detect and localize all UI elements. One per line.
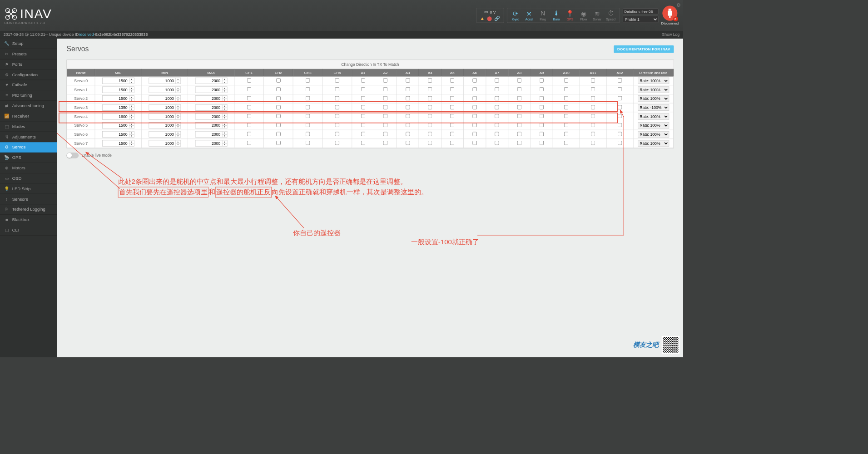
- channel-checkbox[interactable]: [276, 87, 280, 91]
- channel-checkbox[interactable]: [472, 96, 476, 100]
- sidebar-item-failsafe[interactable]: ♥Failsafe: [0, 80, 57, 90]
- settings-gear-icon[interactable]: ⚙: [676, 2, 681, 8]
- channel-checkbox[interactable]: [335, 132, 339, 136]
- channel-checkbox[interactable]: [564, 123, 568, 127]
- channel-checkbox[interactable]: [618, 78, 622, 82]
- channel-checkbox[interactable]: [540, 96, 544, 100]
- channel-checkbox[interactable]: [495, 123, 499, 127]
- channel-checkbox[interactable]: [618, 105, 622, 109]
- channel-checkbox[interactable]: [383, 114, 387, 118]
- channel-checkbox[interactable]: [247, 132, 251, 136]
- channel-checkbox[interactable]: [540, 78, 544, 82]
- channel-checkbox[interactable]: [247, 114, 251, 118]
- channel-checkbox[interactable]: [276, 132, 280, 136]
- rate-select[interactable]: Rate: -100%: [638, 104, 669, 111]
- rate-select[interactable]: Rate: 100%: [638, 86, 669, 93]
- channel-checkbox[interactable]: [517, 78, 521, 82]
- channel-checkbox[interactable]: [361, 87, 365, 91]
- channel-checkbox[interactable]: [517, 105, 521, 109]
- channel-checkbox[interactable]: [276, 96, 280, 100]
- channel-checkbox[interactable]: [276, 105, 280, 109]
- channel-checkbox[interactable]: [276, 123, 280, 127]
- channel-checkbox[interactable]: [306, 123, 310, 127]
- channel-checkbox[interactable]: [517, 96, 521, 100]
- channel-checkbox[interactable]: [361, 114, 365, 118]
- channel-checkbox[interactable]: [472, 87, 476, 91]
- rate-select[interactable]: Rate: 100%: [638, 78, 669, 84]
- sidebar-item-adjustments[interactable]: ⇅Adjustments: [0, 132, 57, 142]
- channel-checkbox[interactable]: [540, 105, 544, 109]
- channel-checkbox[interactable]: [428, 105, 432, 109]
- channel-checkbox[interactable]: [383, 132, 387, 136]
- channel-checkbox[interactable]: [591, 114, 595, 118]
- channel-checkbox[interactable]: [540, 114, 544, 118]
- channel-checkbox[interactable]: [276, 114, 280, 118]
- sidebar-item-tethered-logging[interactable]: ⎘Tethered Logging: [0, 204, 57, 215]
- sidebar-item-pid-tuning[interactable]: ≡PID tuning: [0, 90, 57, 101]
- rate-select[interactable]: Rate: 100%: [638, 131, 669, 138]
- channel-checkbox[interactable]: [517, 114, 521, 118]
- channel-checkbox[interactable]: [428, 114, 432, 118]
- sidebar-item-advanced-tuning[interactable]: ⇄Advanced tuning: [0, 101, 57, 111]
- channel-checkbox[interactable]: [591, 105, 595, 109]
- rate-select[interactable]: Rate: 100%: [638, 95, 669, 102]
- channel-checkbox[interactable]: [564, 87, 568, 91]
- channel-checkbox[interactable]: [472, 132, 476, 136]
- channel-checkbox[interactable]: [335, 78, 339, 82]
- channel-checkbox[interactable]: [517, 132, 521, 136]
- channel-checkbox[interactable]: [450, 132, 454, 136]
- channel-checkbox[interactable]: [450, 96, 454, 100]
- channel-checkbox[interactable]: [247, 141, 251, 145]
- channel-checkbox[interactable]: [335, 105, 339, 109]
- channel-checkbox[interactable]: [306, 96, 310, 100]
- sidebar-item-ports[interactable]: ⚑Ports: [0, 59, 57, 70]
- channel-checkbox[interactable]: [472, 105, 476, 109]
- channel-checkbox[interactable]: [618, 132, 622, 136]
- channel-checkbox[interactable]: [564, 96, 568, 100]
- channel-checkbox[interactable]: [406, 105, 410, 109]
- channel-checkbox[interactable]: [383, 141, 387, 145]
- channel-checkbox[interactable]: [591, 123, 595, 127]
- channel-checkbox[interactable]: [247, 87, 251, 91]
- channel-checkbox[interactable]: [335, 96, 339, 100]
- channel-checkbox[interactable]: [450, 105, 454, 109]
- profile-select[interactable]: Profile 1: [623, 15, 659, 23]
- sidebar-item-led-strip[interactable]: 💡LED Strip: [0, 184, 57, 194]
- sidebar-item-motors[interactable]: ⊕Motors: [0, 163, 57, 173]
- sidebar-item-blackbox[interactable]: ■Blackbox: [0, 215, 57, 225]
- channel-checkbox[interactable]: [618, 123, 622, 127]
- channel-checkbox[interactable]: [540, 132, 544, 136]
- channel-checkbox[interactable]: [276, 141, 280, 145]
- channel-checkbox[interactable]: [495, 114, 499, 118]
- channel-checkbox[interactable]: [406, 78, 410, 82]
- rate-select[interactable]: Rate: 100%: [638, 113, 669, 119]
- channel-checkbox[interactable]: [517, 141, 521, 145]
- channel-checkbox[interactable]: [383, 78, 387, 82]
- channel-checkbox[interactable]: [406, 87, 410, 91]
- channel-checkbox[interactable]: [450, 87, 454, 91]
- channel-checkbox[interactable]: [495, 96, 499, 100]
- sidebar-item-modes[interactable]: ⬚Modes: [0, 122, 57, 132]
- channel-checkbox[interactable]: [495, 78, 499, 82]
- sidebar-item-configuration[interactable]: ⚙Configuration: [0, 69, 57, 80]
- channel-checkbox[interactable]: [361, 123, 365, 127]
- channel-checkbox[interactable]: [450, 78, 454, 82]
- channel-checkbox[interactable]: [247, 123, 251, 127]
- sidebar-item-gps[interactable]: 📡GPS: [0, 153, 57, 163]
- channel-checkbox[interactable]: [591, 141, 595, 145]
- disconnect-button[interactable]: Disconnect: [661, 5, 679, 25]
- show-log-button[interactable]: Show Log: [662, 33, 680, 37]
- channel-checkbox[interactable]: [564, 114, 568, 118]
- channel-checkbox[interactable]: [450, 114, 454, 118]
- channel-checkbox[interactable]: [540, 87, 544, 91]
- channel-checkbox[interactable]: [306, 105, 310, 109]
- channel-checkbox[interactable]: [618, 87, 622, 91]
- channel-checkbox[interactable]: [361, 132, 365, 136]
- live-mode-toggle[interactable]: [66, 153, 79, 158]
- channel-checkbox[interactable]: [247, 78, 251, 82]
- channel-checkbox[interactable]: [495, 141, 499, 145]
- channel-checkbox[interactable]: [618, 114, 622, 118]
- channel-checkbox[interactable]: [591, 87, 595, 91]
- channel-checkbox[interactable]: [591, 78, 595, 82]
- channel-checkbox[interactable]: [564, 78, 568, 82]
